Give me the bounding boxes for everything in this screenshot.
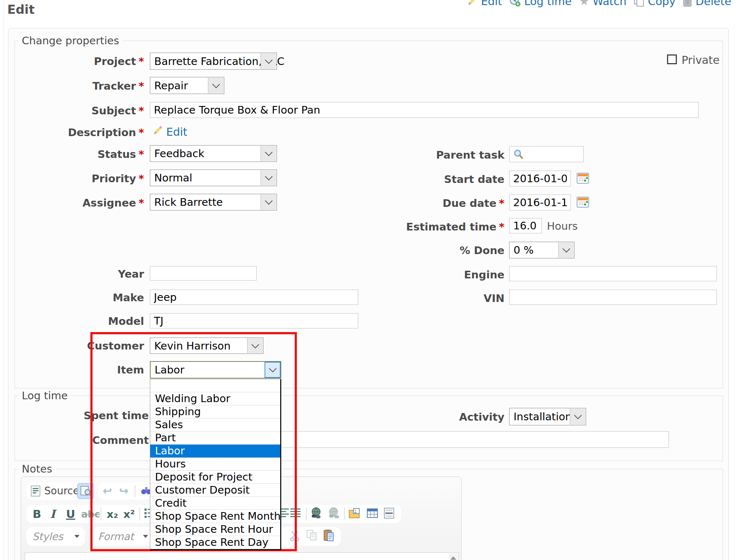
chevron-down-icon[interactable]	[247, 338, 263, 353]
project-select[interactable]: Barrette Fabrication, LLC	[150, 53, 277, 70]
item-option[interactable]: Deposit for Project	[150, 471, 280, 484]
chevron-down-icon[interactable]	[208, 78, 224, 93]
edit-link[interactable]: Edit	[467, 0, 502, 8]
engine-input[interactable]	[509, 266, 717, 281]
chevron-down-icon[interactable]	[558, 242, 574, 258]
required-marker: *	[499, 197, 504, 209]
toolbar-separator	[344, 507, 345, 520]
chevron-down-icon[interactable]	[261, 146, 276, 161]
item-option[interactable]: Hours	[150, 458, 280, 471]
status-select[interactable]: Feedback	[150, 145, 277, 162]
paste-icon[interactable]	[324, 529, 334, 541]
item-option[interactable]: Customer Deposit	[150, 484, 280, 497]
item-option[interactable]: Labor	[150, 445, 280, 458]
year-input[interactable]	[150, 266, 257, 281]
chevron-down-icon[interactable]	[265, 362, 281, 378]
done-ratio-select[interactable]: 0 %	[509, 242, 575, 258]
item-label: Item	[15, 364, 144, 376]
item-option[interactable]: Welding Labor	[150, 392, 280, 405]
horizontal-rule-icon[interactable]	[384, 508, 394, 519]
strikethrough-button[interactable]: abc	[81, 509, 100, 520]
watch-link-label: Watch	[593, 0, 626, 8]
preview-button[interactable]	[77, 483, 94, 499]
estimated-time-input[interactable]	[509, 218, 542, 233]
unlink-icon[interactable]	[328, 507, 339, 519]
image-icon[interactable]	[348, 508, 360, 519]
delete-link[interactable]: Delete	[683, 0, 731, 8]
subject-input[interactable]	[150, 102, 699, 118]
italic-button[interactable]: I	[50, 507, 56, 520]
item-option[interactable]: Shop Space Rent Monthly	[150, 510, 280, 523]
private-label: Private	[682, 54, 720, 66]
cut-icon[interactable]	[290, 531, 300, 541]
link-icon[interactable]	[310, 507, 322, 519]
comment-label: Comment	[15, 434, 149, 446]
item-option[interactable]: Part	[150, 432, 280, 445]
chevron-down-icon[interactable]	[261, 195, 276, 210]
toolbar-separator	[135, 485, 135, 497]
styles-combo-label: Styles	[32, 531, 63, 543]
redo-icon[interactable]: ↪	[119, 484, 128, 497]
chevron-down-icon[interactable]	[261, 170, 276, 185]
item-option[interactable]: Shop Space Rent Day	[150, 536, 280, 549]
clock-plus-icon	[509, 0, 521, 7]
log-time-legend: Log time	[18, 390, 71, 401]
item-select[interactable]: Labor	[150, 361, 281, 379]
parent-task-input[interactable]	[509, 146, 584, 162]
undo-icon[interactable]: ↩	[103, 484, 112, 497]
model-input[interactable]	[150, 313, 358, 328]
start-date-input[interactable]	[509, 171, 571, 187]
table-icon[interactable]	[367, 508, 378, 518]
bold-button[interactable]: B	[33, 507, 41, 520]
log-time-link[interactable]: Log time	[509, 0, 572, 8]
magnifier-icon	[513, 149, 524, 160]
item-option[interactable]: Credit	[150, 497, 280, 510]
priority-select-value: Normal	[154, 172, 192, 184]
calendar-icon[interactable]	[577, 172, 589, 184]
justify-block-icon[interactable]	[290, 508, 301, 518]
make-input[interactable]	[150, 290, 358, 305]
required-marker: *	[139, 105, 144, 117]
estimated-time-label: Estimated time*	[377, 221, 504, 233]
vin-input[interactable]	[509, 290, 717, 305]
item-dropdown-list[interactable]: Welding LaborShippingSalesPartLaborHours…	[150, 379, 281, 550]
spent-time-label: Spent time	[15, 409, 149, 422]
change-properties-legend: Change properties	[18, 35, 123, 46]
activity-select[interactable]: Installation	[509, 408, 586, 425]
engine-label: Engine	[377, 269, 504, 281]
log-time-fieldset	[15, 396, 723, 461]
chevron-down-icon[interactable]	[261, 53, 276, 69]
format-combo[interactable]: Format	[92, 527, 154, 546]
source-button[interactable]: Source	[44, 485, 79, 497]
item-option[interactable]: Shop Space Rent Hour	[150, 523, 280, 536]
item-option[interactable]: Shipping	[150, 405, 280, 418]
copy-link[interactable]: Copy	[634, 0, 675, 8]
chevron-down-icon	[143, 535, 148, 538]
editor-content-area[interactable]	[25, 552, 459, 560]
styles-combo[interactable]: Styles	[26, 527, 85, 546]
customer-select[interactable]: Kevin Harrison	[150, 338, 263, 354]
description-edit-link[interactable]: Edit	[166, 126, 187, 138]
copy-docs-icon[interactable]	[307, 530, 317, 541]
editor-scrollbar[interactable]	[449, 553, 458, 560]
status-select-value: Feedback	[154, 147, 204, 160]
assignee-label: Assignee*	[15, 197, 144, 209]
done-ratio-label: % Done	[377, 244, 504, 257]
assignee-select[interactable]: Rick Barrette	[150, 194, 277, 210]
watch-link[interactable]: ★ Watch	[579, 0, 626, 8]
scroll-up-icon	[450, 556, 456, 560]
calendar-icon[interactable]	[577, 196, 589, 208]
subscript-button[interactable]: x₂	[107, 508, 118, 520]
source-icon	[31, 486, 40, 496]
underline-button[interactable]: U	[66, 507, 75, 520]
due-date-input[interactable]	[509, 195, 571, 210]
item-option[interactable]: Sales	[150, 418, 280, 432]
superscript-button[interactable]: x²	[123, 508, 135, 520]
item-option[interactable]	[150, 379, 280, 392]
trash-icon	[683, 0, 692, 7]
priority-select[interactable]: Normal	[150, 169, 277, 186]
tracker-select[interactable]: Repair	[150, 77, 224, 94]
chevron-down-icon[interactable]	[570, 409, 585, 425]
private-checkbox[interactable]	[667, 54, 677, 64]
vin-label: VIN	[377, 292, 504, 304]
